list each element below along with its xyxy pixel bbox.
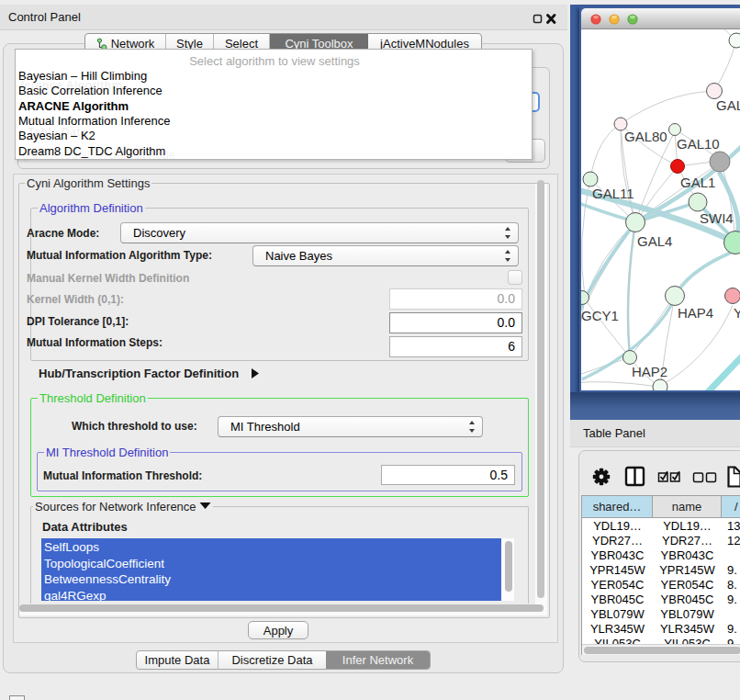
svg-text:GAL4: GAL4 <box>637 233 672 249</box>
svg-text:GAL11: GAL11 <box>592 186 634 201</box>
svg-text:GAL1: GAL1 <box>680 175 715 190</box>
svg-text:Y: Y <box>734 305 740 321</box>
svg-text:HAP2: HAP2 <box>632 364 667 379</box>
svg-text:HAP4: HAP4 <box>678 305 713 321</box>
svg-text:GAL80: GAL80 <box>624 129 667 144</box>
svg-text:GAL10: GAL10 <box>677 136 720 152</box>
svg-text:GAL: GAL <box>716 97 740 113</box>
svg-text:SWI4: SWI4 <box>700 210 734 226</box>
svg-text:GCY1: GCY1 <box>581 308 619 323</box>
